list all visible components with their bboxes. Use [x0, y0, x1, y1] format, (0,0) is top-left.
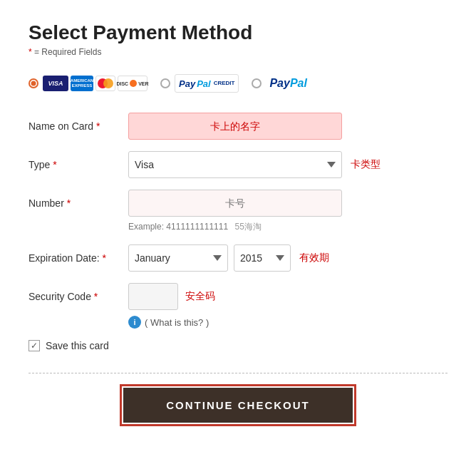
required-note: * = Required Fields	[29, 47, 447, 57]
what-is-this-link[interactable]: ( What is this? )	[145, 317, 209, 328]
expiry-month-select[interactable]: January February March April May June Ju…	[128, 244, 228, 272]
section-divider	[29, 373, 447, 373]
visa-logo: VISA	[43, 76, 68, 91]
checkout-button-wrapper: CONTINUE CHECKOUT	[29, 388, 447, 423]
checkbox-check: ✓	[31, 341, 38, 351]
paypal-text: PayPal	[269, 77, 306, 90]
info-icon[interactable]: i	[128, 316, 141, 329]
continue-checkout-button[interactable]: CONTINUE CHECKOUT	[123, 388, 353, 423]
page-title: Select Payment Method	[29, 21, 447, 44]
security-code-input[interactable]	[128, 283, 178, 310]
payment-form: Name on Card * Type * Visa Mastercard Am…	[29, 113, 447, 351]
mastercard-logo	[95, 76, 115, 91]
expiry-row: Expiration Date: * January February Marc…	[29, 244, 447, 272]
card-type-label: Type *	[29, 159, 128, 170]
card-number-example: Example: 4111111111111 55海淘	[128, 221, 447, 233]
paypal-credit-radio[interactable]	[160, 78, 170, 88]
expiry-selects: January February March April May June Ju…	[128, 244, 291, 272]
paypal-credit-logo: Pay Pal CREDIT	[175, 74, 239, 93]
paypal-radio[interactable]	[252, 78, 262, 88]
card-type-select[interactable]: Visa Mastercard American Express Discove…	[128, 151, 342, 178]
expiry-label: Expiration Date: *	[29, 252, 128, 264]
card-number-row: Number *	[29, 190, 447, 217]
name-on-card-input[interactable]	[128, 113, 342, 140]
payment-option-paypal-credit[interactable]: Pay Pal CREDIT	[160, 74, 239, 93]
payment-option-credit-card[interactable]: VISA AMERICANEXPRESS DISC VER	[29, 76, 148, 91]
card-brand-logos: VISA AMERICANEXPRESS DISC VER	[43, 76, 148, 91]
card-type-row: Type * Visa Mastercard American Express …	[29, 151, 447, 178]
save-card-checkbox[interactable]: ✓	[29, 340, 40, 351]
discover-logo: DISC VER	[118, 76, 148, 91]
name-on-card-row: Name on Card *	[29, 113, 447, 140]
security-code-row: Security Code * 安全码	[29, 283, 447, 310]
credit-text: CREDIT	[214, 81, 235, 86]
payment-option-paypal[interactable]: PayPal	[252, 74, 310, 93]
security-code-annotation: 安全码	[185, 290, 215, 303]
what-is-this-row: i ( What is this? )	[128, 316, 447, 329]
payment-method-selector: VISA AMERICANEXPRESS DISC VER	[29, 74, 447, 93]
security-code-label: Security Code *	[29, 291, 128, 302]
expiry-annotation: 有效期	[299, 252, 329, 264]
card-number-label: Number *	[29, 197, 128, 209]
card-type-annotation: 卡类型	[351, 158, 381, 171]
expiry-year-select[interactable]: 2015 2016 2017 2018 2019 2020	[234, 244, 291, 272]
amex-logo: AMERICANEXPRESS	[71, 76, 93, 91]
card-number-input[interactable]	[128, 190, 342, 217]
save-card-row: ✓ Save this card	[29, 340, 447, 351]
name-on-card-label: Name on Card *	[29, 120, 128, 132]
credit-card-radio[interactable]	[29, 78, 38, 88]
save-card-label: Save this card	[46, 340, 109, 351]
paypal-logo: PayPal	[266, 74, 310, 93]
